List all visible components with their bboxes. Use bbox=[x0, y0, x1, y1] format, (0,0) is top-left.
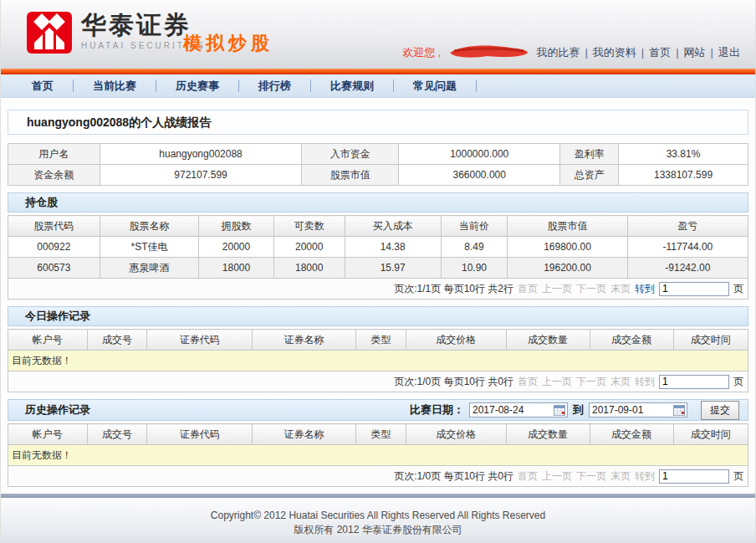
pagination-info: 页次:1/0页 每页10行 共0行 bbox=[394, 375, 513, 389]
date-to-input[interactable] bbox=[590, 404, 672, 416]
user-bar: 欢迎您 , 我的比赛| 我的资料| 首页| 网站| 退出 bbox=[402, 44, 740, 61]
date-range-controls: 比赛日期： 到 bbox=[410, 401, 739, 420]
summary-label: 资金余额 bbox=[8, 165, 100, 186]
cell-stock-code: 000922 bbox=[8, 237, 100, 258]
pagination-page-suffix: 页 bbox=[733, 469, 743, 484]
content: huangyong002088的个人战绩报告 用户名 huangyong0020… bbox=[1, 110, 755, 487]
column-header: 成交数量 bbox=[506, 330, 590, 351]
column-header: 成交号 bbox=[87, 330, 147, 351]
today-operations-section: 今日操作记录 帐户号 成交号 证券代码 证券名称 类型 成交价格 成交数量 成交… bbox=[8, 306, 748, 392]
table-row: 000922 *ST佳电 20000 20000 14.38 8.49 1698… bbox=[8, 237, 748, 258]
summary-label: 用户名 bbox=[8, 144, 100, 165]
site-header: 华泰证券 HUATAI SECURITIES 模拟炒股 欢迎您 , 我的比赛| … bbox=[1, 0, 755, 69]
cell-buy-cost: 14.38 bbox=[345, 237, 441, 258]
column-header: 帐户号 bbox=[8, 330, 88, 351]
column-header: 成交价格 bbox=[406, 424, 506, 445]
column-header: 类型 bbox=[355, 424, 406, 445]
nav-item-contest-rules[interactable]: 比赛规则 bbox=[311, 79, 393, 94]
date-range-label: 比赛日期： bbox=[410, 401, 464, 419]
column-header: 成交价格 bbox=[406, 330, 506, 351]
column-header: 可卖数 bbox=[273, 216, 345, 237]
column-header: 成交号 bbox=[87, 424, 147, 445]
footer: Copyright© 2012 Huatai Securities All Ri… bbox=[1, 498, 755, 543]
summary-label: 入市资金 bbox=[302, 144, 399, 165]
history-operations-pagination: 页次:1/0页 每页10行 共0行 首页 上一页 下一页 末页 转到 页 bbox=[8, 466, 748, 487]
cell-stock-code: 600573 bbox=[8, 258, 100, 279]
cell-profit-loss: -91242.00 bbox=[627, 258, 748, 279]
link-my-profile[interactable]: 我的资料 bbox=[593, 45, 636, 60]
submit-button[interactable]: 提交 bbox=[701, 401, 739, 420]
summary-value-cash-balance: 972107.599 bbox=[100, 165, 302, 186]
pagination-page-suffix: 页 bbox=[733, 375, 743, 389]
column-header: 盈亏 bbox=[627, 216, 748, 237]
table-row: 资金余额 972107.599 股票市值 366000.000 总资产 1338… bbox=[8, 165, 748, 186]
pagination-last: 末页 bbox=[610, 375, 631, 389]
cell-stock-name: *ST佳电 bbox=[100, 237, 199, 258]
pagination-page-input[interactable] bbox=[659, 469, 729, 484]
holdings-section: 持仓股 股票代码 股票名称 拥股数 可卖数 买入成本 当前价 股票市值 盈亏 bbox=[8, 192, 748, 300]
cell-shares-held: 18000 bbox=[199, 258, 273, 279]
date-to-label: 到 bbox=[573, 401, 584, 419]
page-title: huangyong002088的个人战绩报告 bbox=[8, 110, 748, 135]
pagination-page-input[interactable] bbox=[659, 375, 729, 389]
calendar-icon[interactable] bbox=[672, 404, 686, 416]
today-operations-header: 今日操作记录 bbox=[8, 306, 748, 326]
nav-item-current-contest[interactable]: 当前比赛 bbox=[74, 79, 156, 94]
brand: 华泰证券 HUATAI SECURITIES bbox=[26, 11, 206, 58]
column-header: 成交金额 bbox=[590, 424, 673, 445]
date-from-box bbox=[469, 402, 568, 417]
section-title: 今日操作记录 bbox=[25, 307, 90, 325]
pagination-prev: 上一页 bbox=[542, 282, 572, 296]
nav-separator bbox=[476, 79, 477, 92]
summary-label: 总资产 bbox=[560, 165, 619, 186]
column-header: 证券名称 bbox=[253, 424, 356, 445]
pagination-goto-link: 转到 bbox=[635, 375, 655, 389]
nav-item-home[interactable]: 首页 bbox=[13, 79, 73, 94]
link-home[interactable]: 首页 bbox=[649, 45, 671, 60]
calendar-icon[interactable] bbox=[553, 404, 566, 416]
column-header: 股票代码 bbox=[8, 216, 100, 237]
link-separator: | bbox=[641, 46, 644, 59]
column-header: 成交数量 bbox=[506, 424, 590, 445]
redacted-username-scribble bbox=[446, 44, 529, 61]
column-header: 买入成本 bbox=[345, 216, 441, 237]
pagination-page-input[interactable] bbox=[659, 282, 729, 296]
pagination-info: 页次:1/0页 每页10行 共0行 bbox=[394, 469, 513, 484]
cell-market-value: 196200.00 bbox=[508, 258, 627, 279]
column-header: 股票名称 bbox=[100, 216, 199, 237]
link-logout[interactable]: 退出 bbox=[718, 45, 740, 60]
main-nav: 首页 当前比赛 历史赛事 排行榜 比赛规则 常见问题 bbox=[1, 74, 755, 98]
pagination-last: 末页 bbox=[610, 282, 631, 296]
pagination-info: 页次:1/1页 每页10行 共2行 bbox=[394, 282, 513, 296]
nav-item-faq[interactable]: 常见问题 bbox=[394, 79, 476, 94]
date-to-box bbox=[589, 402, 687, 417]
summary-value-initial-capital: 1000000.000 bbox=[399, 144, 560, 165]
cell-current-price: 8.49 bbox=[441, 237, 508, 258]
pagination-first: 首页 bbox=[518, 375, 538, 389]
nav-item-history-events[interactable]: 历史赛事 bbox=[156, 79, 238, 94]
column-header: 证券代码 bbox=[147, 330, 253, 351]
pagination-next: 下一页 bbox=[576, 469, 606, 484]
pagination-goto-link: 转到 bbox=[635, 469, 655, 484]
link-separator: | bbox=[676, 46, 678, 59]
column-header: 当前价 bbox=[441, 216, 508, 237]
today-operations-table: 帐户号 成交号 证券代码 证券名称 类型 成交价格 成交数量 成交金额 成交时间 bbox=[8, 329, 748, 351]
page: 华泰证券 HUATAI SECURITIES 模拟炒股 欢迎您 , 我的比赛| … bbox=[0, 0, 756, 543]
pagination-goto-link[interactable]: 转到 bbox=[635, 282, 655, 296]
link-separator: | bbox=[711, 46, 713, 59]
table-row: 600573 惠泉啤酒 18000 18000 15.97 10.90 1962… bbox=[8, 258, 748, 279]
summary-label: 盈利率 bbox=[560, 144, 619, 165]
history-operations-header: 历史操作记录 比赛日期： bbox=[8, 399, 748, 421]
link-website[interactable]: 网站 bbox=[684, 45, 706, 60]
holdings-pagination: 页次:1/1页 每页10行 共2行 首页 上一页 下一页 末页 转到 页 bbox=[8, 279, 748, 300]
summary-value-total-assets: 1338107.599 bbox=[619, 165, 748, 186]
pagination-prev: 上一页 bbox=[542, 469, 572, 484]
link-my-contests[interactable]: 我的比赛 bbox=[536, 45, 580, 60]
today-operations-pagination: 页次:1/0页 每页10行 共0行 首页 上一页 下一页 末页 转到 页 bbox=[8, 371, 748, 392]
history-operations-table: 帐户号 成交号 证券代码 证券名称 类型 成交价格 成交数量 成交金额 成交时间 bbox=[8, 423, 748, 445]
pagination-page-suffix: 页 bbox=[733, 282, 743, 296]
nav-item-ranking[interactable]: 排行榜 bbox=[239, 79, 310, 94]
date-from-input[interactable] bbox=[470, 404, 553, 416]
copyright-line-cn: 版权所有 2012 华泰证券股份有限公司 bbox=[1, 523, 755, 537]
pagination-first: 首页 bbox=[518, 282, 538, 296]
